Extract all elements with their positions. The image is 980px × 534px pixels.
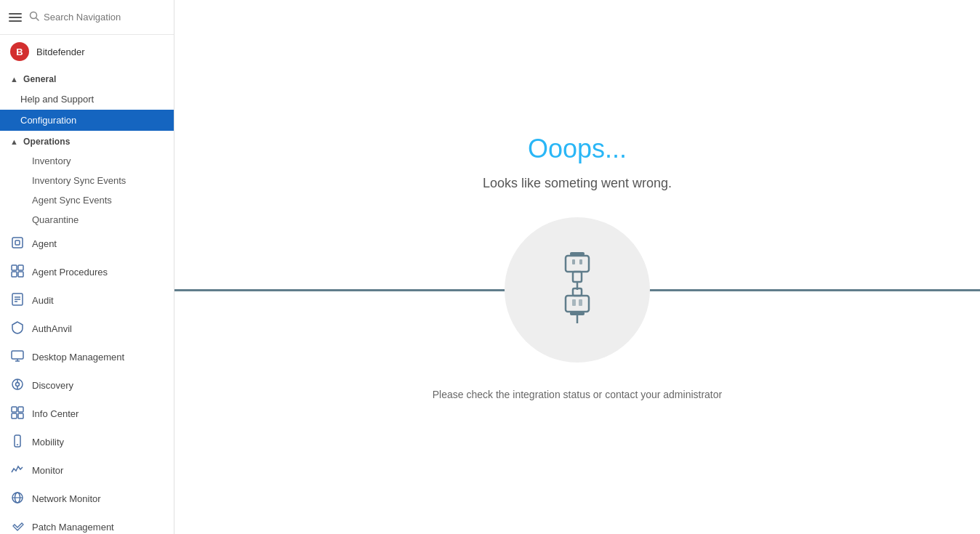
- info-center-icon: [10, 405, 25, 422]
- sidebar-item-network-monitor[interactable]: Network Monitor: [0, 485, 174, 513]
- svg-rect-42: [572, 259, 575, 264]
- error-subtitle: Looks like someting went wrong.: [483, 176, 672, 191]
- brand-avatar: B: [10, 42, 29, 61]
- error-title: Ooops...: [528, 134, 627, 164]
- svg-rect-22: [18, 413, 23, 418]
- sidebar-item-audit[interactable]: Audit: [0, 286, 174, 315]
- sidebar-item-mobility[interactable]: Mobility: [0, 428, 174, 456]
- network-monitor-icon: [10, 490, 25, 507]
- sidebar-item-quarantine[interactable]: Quarantine: [0, 210, 174, 230]
- sidebar-header: [0, 0, 174, 35]
- svg-rect-4: [12, 265, 17, 270]
- sidebar-item-agent-procedures[interactable]: Agent Procedures: [0, 258, 174, 286]
- svg-rect-36: [566, 296, 589, 312]
- error-illustration: [497, 210, 657, 370]
- authanvil-icon: [10, 320, 25, 337]
- svg-rect-34: [573, 272, 582, 282]
- sidebar-item-help-support[interactable]: Help and Support: [0, 89, 174, 110]
- sidebar-item-inventory-sync-events[interactable]: Inventory Sync Events: [0, 171, 174, 190]
- sidebar-item-agent-sync-events[interactable]: Agent Sync Events: [0, 190, 174, 210]
- error-message: Please check the integration status or c…: [433, 389, 722, 400]
- brand-item[interactable]: B Bitdefender: [0, 35, 174, 68]
- svg-rect-6: [12, 272, 17, 277]
- sidebar-item-inventory[interactable]: Inventory: [0, 151, 174, 171]
- brand-avatar-letter: B: [16, 46, 23, 57]
- desktop-management-icon: [10, 349, 25, 365]
- sidebar-item-discovery[interactable]: Discovery: [0, 371, 174, 400]
- sidebar-item-monitor[interactable]: Monitor: [0, 456, 174, 485]
- sidebar: B Bitdefender ▲ General Help and Support…: [0, 0, 174, 534]
- main-content: Ooops... Looks like someting went wrong.: [174, 0, 980, 534]
- svg-rect-43: [579, 259, 582, 264]
- svg-rect-38: [570, 312, 585, 315]
- operations-section-header[interactable]: ▲ Operations: [0, 131, 174, 151]
- svg-line-1: [36, 18, 39, 21]
- svg-rect-20: [18, 407, 23, 412]
- sidebar-item-authanvil[interactable]: AuthAnvil: [0, 315, 174, 343]
- sidebar-item-patch-management[interactable]: Patch Management: [0, 513, 174, 534]
- svg-rect-2: [12, 238, 23, 248]
- svg-rect-40: [572, 299, 576, 306]
- sidebar-item-info-center[interactable]: Info Center: [0, 400, 174, 428]
- sidebar-item-agent[interactable]: Agent: [0, 230, 174, 258]
- monitor-icon: [10, 462, 25, 479]
- patch-management-icon: [10, 519, 25, 534]
- svg-rect-12: [12, 351, 23, 359]
- error-container: Ooops... Looks like someting went wrong.: [433, 134, 722, 400]
- svg-rect-33: [566, 256, 589, 272]
- hamburger-icon[interactable]: [9, 13, 22, 22]
- operations-section-label: Operations: [23, 137, 71, 147]
- svg-rect-19: [12, 407, 17, 412]
- svg-rect-7: [18, 272, 23, 277]
- operations-chevron-icon: ▲: [10, 137, 19, 146]
- general-section-header[interactable]: ▲ General: [0, 68, 174, 89]
- search-input[interactable]: [44, 12, 165, 23]
- svg-rect-3: [15, 240, 20, 245]
- brand-label: Bitdefender: [36, 46, 85, 57]
- search-icon: [29, 11, 39, 23]
- mobility-icon: [10, 434, 25, 450]
- search-container: [29, 11, 165, 23]
- plug-icon: [534, 245, 621, 335]
- svg-rect-5: [18, 265, 23, 270]
- general-section-label: General: [23, 74, 57, 84]
- agent-icon: [10, 235, 25, 252]
- svg-rect-41: [579, 299, 582, 306]
- discovery-icon: [10, 377, 25, 394]
- general-chevron-icon: ▲: [10, 75, 19, 84]
- svg-point-16: [16, 383, 20, 387]
- svg-rect-21: [12, 413, 17, 418]
- audit-icon: [10, 292, 25, 309]
- sidebar-item-desktop-management[interactable]: Desktop Management: [0, 343, 174, 371]
- sidebar-item-configuration[interactable]: Configuration: [0, 110, 174, 131]
- agent-procedures-icon: [10, 264, 25, 280]
